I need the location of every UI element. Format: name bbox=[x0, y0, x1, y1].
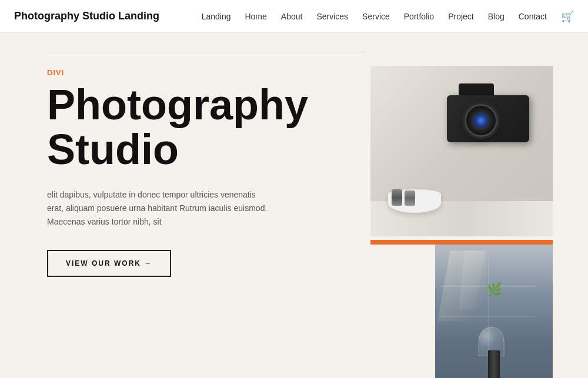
cart-icon[interactable]: 🛒 bbox=[561, 10, 574, 23]
film-roll-2 bbox=[405, 190, 415, 206]
film-roll-1 bbox=[392, 189, 402, 206]
hero-image-bottom: 🌿 bbox=[435, 245, 553, 378]
nav-home[interactable]: Home bbox=[245, 12, 266, 21]
pedestal bbox=[488, 350, 500, 378]
plant-decoration: 🌿 bbox=[486, 282, 498, 300]
divi-label: DIVI bbox=[47, 68, 335, 77]
main-nav: Landing Home About Services Service Port… bbox=[202, 10, 574, 23]
site-title: Photography Studio Landing bbox=[14, 10, 159, 22]
nav-service[interactable]: Service bbox=[362, 12, 390, 21]
camera-main-body bbox=[447, 95, 529, 142]
nav-about[interactable]: About bbox=[281, 12, 303, 21]
hero-description: elit dapibus, vulputate in donec tempor … bbox=[47, 188, 270, 229]
hero-text-area: DIVI Photography Studio elit dapibus, vu… bbox=[47, 68, 335, 277]
top-rule bbox=[47, 52, 365, 52]
nav-landing[interactable]: Landing bbox=[202, 12, 231, 21]
hero-image-top bbox=[370, 66, 553, 236]
cta-button[interactable]: VIEW OUR WORK → bbox=[47, 250, 171, 277]
nav-contact[interactable]: Contact bbox=[519, 12, 547, 21]
nav-portfolio[interactable]: Portfolio bbox=[404, 12, 434, 21]
camera-lens-inner bbox=[472, 112, 490, 129]
nav-project[interactable]: Project bbox=[448, 12, 474, 21]
hero-heading: Photography Studio bbox=[47, 83, 335, 172]
camera-body bbox=[447, 83, 541, 148]
orange-divider bbox=[370, 240, 553, 245]
nav-blog[interactable]: Blog bbox=[488, 12, 505, 21]
hero-section: DIVI Photography Studio elit dapibus, vu… bbox=[0, 33, 588, 378]
camera-lens bbox=[465, 104, 497, 137]
camera-scene bbox=[370, 66, 553, 236]
header: Photography Studio Landing Landing Home … bbox=[0, 0, 588, 33]
nav-services[interactable]: Services bbox=[316, 12, 348, 21]
